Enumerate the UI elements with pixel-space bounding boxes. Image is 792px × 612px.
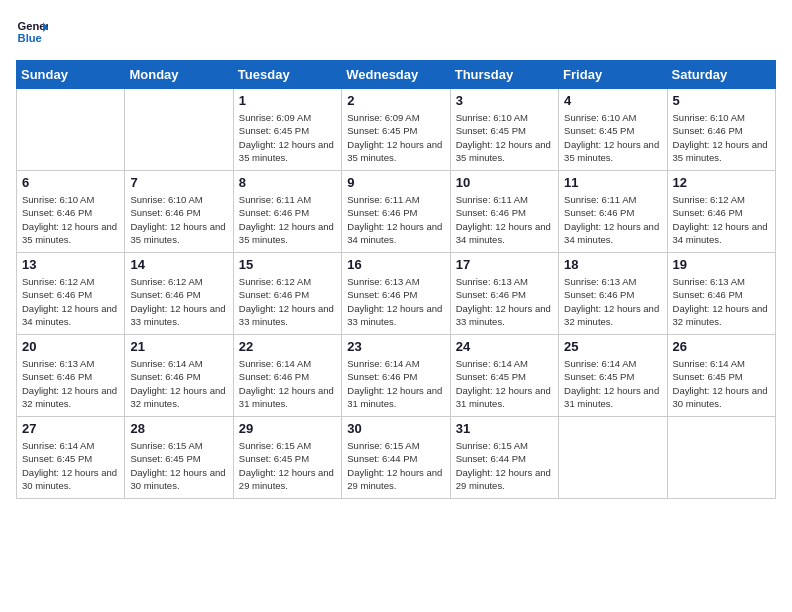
calendar-cell [17, 89, 125, 171]
calendar-cell: 30Sunrise: 6:15 AM Sunset: 6:44 PM Dayli… [342, 417, 450, 499]
calendar-cell: 8Sunrise: 6:11 AM Sunset: 6:46 PM Daylig… [233, 171, 341, 253]
day-number: 20 [22, 339, 119, 354]
day-info: Sunrise: 6:13 AM Sunset: 6:46 PM Dayligh… [22, 357, 119, 410]
calendar-cell: 14Sunrise: 6:12 AM Sunset: 6:46 PM Dayli… [125, 253, 233, 335]
calendar-cell: 19Sunrise: 6:13 AM Sunset: 6:46 PM Dayli… [667, 253, 775, 335]
calendar-cell: 10Sunrise: 6:11 AM Sunset: 6:46 PM Dayli… [450, 171, 558, 253]
day-info: Sunrise: 6:10 AM Sunset: 6:46 PM Dayligh… [130, 193, 227, 246]
day-number: 26 [673, 339, 770, 354]
calendar-cell: 17Sunrise: 6:13 AM Sunset: 6:46 PM Dayli… [450, 253, 558, 335]
day-number: 22 [239, 339, 336, 354]
calendar-week-row: 27Sunrise: 6:14 AM Sunset: 6:45 PM Dayli… [17, 417, 776, 499]
day-number: 23 [347, 339, 444, 354]
day-number: 21 [130, 339, 227, 354]
calendar-cell: 6Sunrise: 6:10 AM Sunset: 6:46 PM Daylig… [17, 171, 125, 253]
day-info: Sunrise: 6:11 AM Sunset: 6:46 PM Dayligh… [564, 193, 661, 246]
day-of-week-header: Wednesday [342, 61, 450, 89]
day-number: 11 [564, 175, 661, 190]
day-number: 30 [347, 421, 444, 436]
calendar-cell: 11Sunrise: 6:11 AM Sunset: 6:46 PM Dayli… [559, 171, 667, 253]
day-number: 8 [239, 175, 336, 190]
day-info: Sunrise: 6:14 AM Sunset: 6:45 PM Dayligh… [456, 357, 553, 410]
calendar-cell: 24Sunrise: 6:14 AM Sunset: 6:45 PM Dayli… [450, 335, 558, 417]
day-info: Sunrise: 6:15 AM Sunset: 6:44 PM Dayligh… [456, 439, 553, 492]
day-number: 15 [239, 257, 336, 272]
day-info: Sunrise: 6:11 AM Sunset: 6:46 PM Dayligh… [239, 193, 336, 246]
day-of-week-header: Saturday [667, 61, 775, 89]
calendar-cell: 28Sunrise: 6:15 AM Sunset: 6:45 PM Dayli… [125, 417, 233, 499]
day-number: 18 [564, 257, 661, 272]
day-info: Sunrise: 6:14 AM Sunset: 6:45 PM Dayligh… [22, 439, 119, 492]
calendar-week-row: 20Sunrise: 6:13 AM Sunset: 6:46 PM Dayli… [17, 335, 776, 417]
day-info: Sunrise: 6:13 AM Sunset: 6:46 PM Dayligh… [564, 275, 661, 328]
day-info: Sunrise: 6:14 AM Sunset: 6:45 PM Dayligh… [673, 357, 770, 410]
day-info: Sunrise: 6:14 AM Sunset: 6:46 PM Dayligh… [347, 357, 444, 410]
day-number: 5 [673, 93, 770, 108]
calendar-cell: 20Sunrise: 6:13 AM Sunset: 6:46 PM Dayli… [17, 335, 125, 417]
calendar-cell: 21Sunrise: 6:14 AM Sunset: 6:46 PM Dayli… [125, 335, 233, 417]
calendar-cell: 29Sunrise: 6:15 AM Sunset: 6:45 PM Dayli… [233, 417, 341, 499]
day-info: Sunrise: 6:14 AM Sunset: 6:46 PM Dayligh… [130, 357, 227, 410]
day-of-week-header: Monday [125, 61, 233, 89]
page-header: General Blue [16, 16, 776, 48]
day-info: Sunrise: 6:15 AM Sunset: 6:44 PM Dayligh… [347, 439, 444, 492]
day-info: Sunrise: 6:11 AM Sunset: 6:46 PM Dayligh… [347, 193, 444, 246]
calendar-cell [667, 417, 775, 499]
day-number: 28 [130, 421, 227, 436]
calendar-cell: 5Sunrise: 6:10 AM Sunset: 6:46 PM Daylig… [667, 89, 775, 171]
day-info: Sunrise: 6:14 AM Sunset: 6:45 PM Dayligh… [564, 357, 661, 410]
calendar-cell: 7Sunrise: 6:10 AM Sunset: 6:46 PM Daylig… [125, 171, 233, 253]
day-info: Sunrise: 6:10 AM Sunset: 6:45 PM Dayligh… [456, 111, 553, 164]
calendar-cell: 13Sunrise: 6:12 AM Sunset: 6:46 PM Dayli… [17, 253, 125, 335]
day-info: Sunrise: 6:12 AM Sunset: 6:46 PM Dayligh… [130, 275, 227, 328]
day-info: Sunrise: 6:12 AM Sunset: 6:46 PM Dayligh… [673, 193, 770, 246]
day-number: 12 [673, 175, 770, 190]
logo-icon: General Blue [16, 16, 48, 48]
calendar-cell: 15Sunrise: 6:12 AM Sunset: 6:46 PM Dayli… [233, 253, 341, 335]
day-number: 9 [347, 175, 444, 190]
logo: General Blue [16, 16, 48, 48]
calendar-cell: 25Sunrise: 6:14 AM Sunset: 6:45 PM Dayli… [559, 335, 667, 417]
day-of-week-header: Sunday [17, 61, 125, 89]
calendar-cell: 22Sunrise: 6:14 AM Sunset: 6:46 PM Dayli… [233, 335, 341, 417]
day-number: 7 [130, 175, 227, 190]
day-of-week-header: Thursday [450, 61, 558, 89]
day-of-week-header: Tuesday [233, 61, 341, 89]
day-number: 16 [347, 257, 444, 272]
calendar-cell: 12Sunrise: 6:12 AM Sunset: 6:46 PM Dayli… [667, 171, 775, 253]
day-info: Sunrise: 6:09 AM Sunset: 6:45 PM Dayligh… [239, 111, 336, 164]
day-number: 3 [456, 93, 553, 108]
calendar-cell: 26Sunrise: 6:14 AM Sunset: 6:45 PM Dayli… [667, 335, 775, 417]
day-info: Sunrise: 6:10 AM Sunset: 6:46 PM Dayligh… [22, 193, 119, 246]
day-info: Sunrise: 6:13 AM Sunset: 6:46 PM Dayligh… [456, 275, 553, 328]
day-info: Sunrise: 6:11 AM Sunset: 6:46 PM Dayligh… [456, 193, 553, 246]
day-number: 14 [130, 257, 227, 272]
day-number: 4 [564, 93, 661, 108]
svg-text:Blue: Blue [18, 32, 42, 44]
calendar-week-row: 6Sunrise: 6:10 AM Sunset: 6:46 PM Daylig… [17, 171, 776, 253]
calendar-cell [559, 417, 667, 499]
calendar-cell: 16Sunrise: 6:13 AM Sunset: 6:46 PM Dayli… [342, 253, 450, 335]
day-number: 29 [239, 421, 336, 436]
day-info: Sunrise: 6:10 AM Sunset: 6:46 PM Dayligh… [673, 111, 770, 164]
day-info: Sunrise: 6:09 AM Sunset: 6:45 PM Dayligh… [347, 111, 444, 164]
calendar-week-row: 13Sunrise: 6:12 AM Sunset: 6:46 PM Dayli… [17, 253, 776, 335]
day-number: 1 [239, 93, 336, 108]
day-info: Sunrise: 6:12 AM Sunset: 6:46 PM Dayligh… [239, 275, 336, 328]
calendar-cell: 2Sunrise: 6:09 AM Sunset: 6:45 PM Daylig… [342, 89, 450, 171]
calendar-cell: 18Sunrise: 6:13 AM Sunset: 6:46 PM Dayli… [559, 253, 667, 335]
day-number: 25 [564, 339, 661, 354]
day-number: 31 [456, 421, 553, 436]
calendar-cell: 4Sunrise: 6:10 AM Sunset: 6:45 PM Daylig… [559, 89, 667, 171]
day-number: 13 [22, 257, 119, 272]
day-info: Sunrise: 6:12 AM Sunset: 6:46 PM Dayligh… [22, 275, 119, 328]
day-number: 19 [673, 257, 770, 272]
day-number: 10 [456, 175, 553, 190]
day-info: Sunrise: 6:13 AM Sunset: 6:46 PM Dayligh… [673, 275, 770, 328]
calendar-table: SundayMondayTuesdayWednesdayThursdayFrid… [16, 60, 776, 499]
calendar-cell: 1Sunrise: 6:09 AM Sunset: 6:45 PM Daylig… [233, 89, 341, 171]
day-number: 2 [347, 93, 444, 108]
calendar-cell [125, 89, 233, 171]
calendar-cell: 31Sunrise: 6:15 AM Sunset: 6:44 PM Dayli… [450, 417, 558, 499]
day-number: 17 [456, 257, 553, 272]
